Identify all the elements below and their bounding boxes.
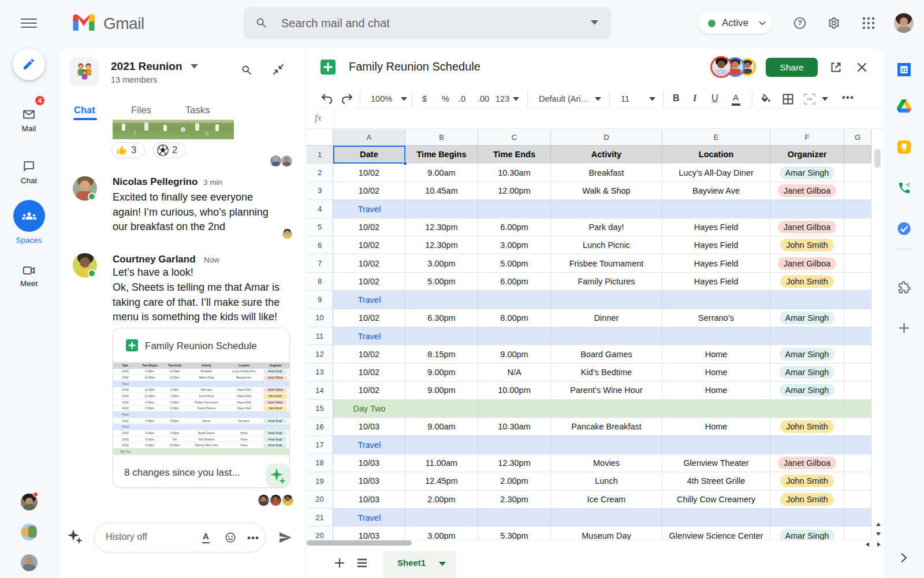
- svg-text:?: ?: [798, 19, 802, 27]
- svg-text:31: 31: [901, 66, 907, 73]
